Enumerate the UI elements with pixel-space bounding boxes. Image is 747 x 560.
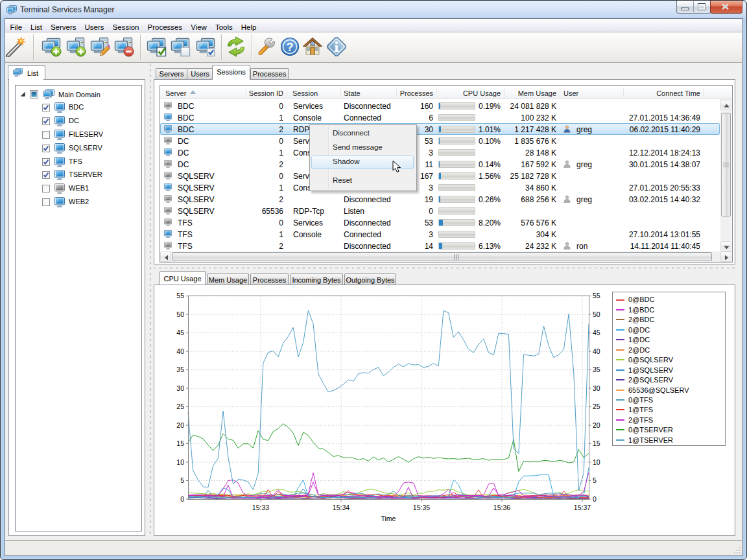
svg-text:10: 10 bbox=[593, 458, 600, 466]
svg-text:55: 55 bbox=[176, 292, 184, 299]
svg-text:55: 55 bbox=[593, 292, 600, 299]
svg-text:0: 0 bbox=[593, 495, 597, 503]
svg-text:15:37: 15:37 bbox=[574, 504, 591, 511]
svg-text:15:35: 15:35 bbox=[413, 504, 430, 511]
svg-text:15:34: 15:34 bbox=[333, 504, 350, 511]
svg-text:25: 25 bbox=[176, 402, 184, 410]
svg-text:45: 45 bbox=[176, 329, 184, 336]
svg-text:5: 5 bbox=[593, 476, 597, 484]
svg-text:0: 0 bbox=[180, 495, 184, 503]
svg-text:15:33: 15:33 bbox=[252, 504, 269, 511]
svg-text:5: 5 bbox=[180, 476, 184, 484]
svg-text:15:36: 15:36 bbox=[493, 504, 510, 511]
svg-text:35: 35 bbox=[176, 366, 184, 373]
svg-text:15: 15 bbox=[176, 439, 184, 447]
svg-text:40: 40 bbox=[176, 347, 184, 355]
svg-text:40: 40 bbox=[593, 347, 600, 355]
svg-text:?: ? bbox=[287, 41, 294, 54]
svg-text:35: 35 bbox=[593, 366, 600, 373]
svg-text:50: 50 bbox=[593, 310, 600, 318]
svg-text:30: 30 bbox=[593, 384, 600, 392]
svg-text:45: 45 bbox=[593, 329, 600, 336]
svg-text:50: 50 bbox=[176, 310, 184, 318]
svg-text:20: 20 bbox=[176, 421, 184, 429]
svg-text:25: 25 bbox=[593, 402, 600, 410]
svg-text:15: 15 bbox=[593, 439, 600, 447]
svg-text:Time: Time bbox=[381, 515, 396, 522]
svg-text:20: 20 bbox=[593, 421, 600, 429]
svg-text:30: 30 bbox=[176, 384, 184, 392]
svg-text:10: 10 bbox=[176, 458, 184, 466]
